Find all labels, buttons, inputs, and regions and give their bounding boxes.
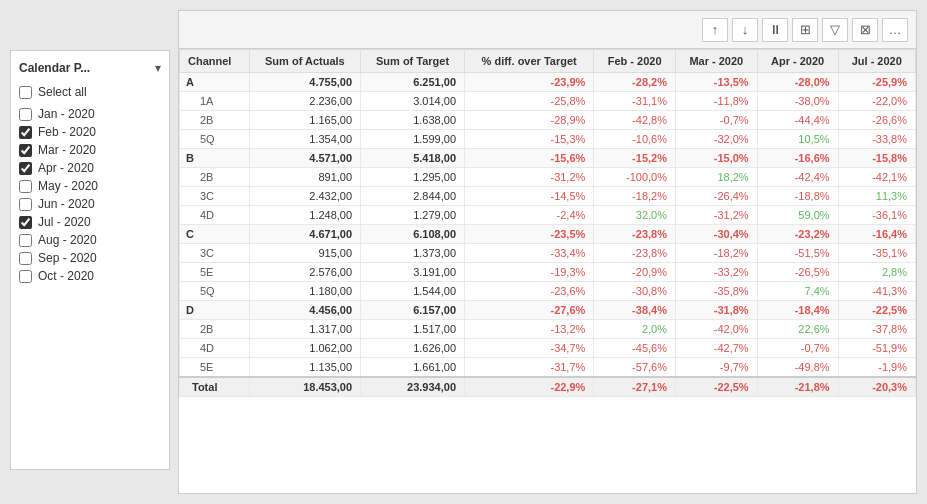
filter-label[interactable]: Jun - 2020	[38, 197, 95, 211]
table-row: B4.571,005.418,00-15,6%-15,2%-15,0%-16,6…	[180, 149, 916, 168]
export-button[interactable]: ⊠	[852, 18, 878, 42]
table-row: 2B891,001.295,00-31,2%-100,0%18,2%-42,4%…	[180, 168, 916, 187]
filter-checkbox[interactable]	[19, 180, 32, 193]
table-cell: -22,5%	[838, 301, 915, 320]
filter-label[interactable]: Apr - 2020	[38, 161, 94, 175]
table-cell: Total	[180, 377, 250, 397]
column-header: Channel	[180, 50, 250, 73]
table-cell: 5Q	[180, 130, 250, 149]
sidebar-item[interactable]: Jan - 2020	[19, 105, 161, 123]
sidebar-item[interactable]: May - 2020	[19, 177, 161, 195]
filter-checkbox[interactable]	[19, 234, 32, 247]
sidebar-item[interactable]: Feb - 2020	[19, 123, 161, 141]
sidebar-item[interactable]: Jul - 2020	[19, 213, 161, 231]
table-cell: 1.248,00	[249, 206, 360, 225]
data-table-wrapper: ChannelSum of ActualsSum of Target% diff…	[178, 48, 917, 494]
table-cell: -15,6%	[465, 149, 594, 168]
filter-checkbox[interactable]	[19, 216, 32, 229]
filter-checkbox[interactable]	[19, 108, 32, 121]
table-row: 3C2.432,002.844,00-14,5%-18,2%-26,4%-18,…	[180, 187, 916, 206]
table-cell: 3C	[180, 244, 250, 263]
sidebar-item[interactable]: Sep - 2020	[19, 249, 161, 267]
column-header: Feb - 2020	[594, 50, 676, 73]
more-button[interactable]: …	[882, 18, 908, 42]
filter-checkbox[interactable]	[19, 270, 32, 283]
table-cell: B	[180, 149, 250, 168]
table-cell: -34,7%	[465, 339, 594, 358]
select-all-checkbox[interactable]	[19, 86, 32, 99]
table-cell: -25,8%	[465, 92, 594, 111]
table-cell: -38,0%	[757, 92, 838, 111]
table-row: 5E1.135,001.661,00-31,7%-57,6%-9,7%-49,8…	[180, 358, 916, 378]
sidebar-item[interactable]: Apr - 2020	[19, 159, 161, 177]
table-cell: 5E	[180, 263, 250, 282]
table-cell: 11,3%	[838, 187, 915, 206]
table-cell: -22,9%	[465, 377, 594, 397]
filter-checkbox[interactable]	[19, 126, 32, 139]
filter-label[interactable]: Mar - 2020	[38, 143, 96, 157]
filter-checkbox[interactable]	[19, 198, 32, 211]
sidebar-item[interactable]: Oct - 2020	[19, 267, 161, 285]
table-cell: -15,3%	[465, 130, 594, 149]
table-row: C4.671,006.108,00-23,5%-23,8%-30,4%-23,2…	[180, 225, 916, 244]
filter-label[interactable]: Sep - 2020	[38, 251, 97, 265]
filter-label[interactable]: May - 2020	[38, 179, 98, 193]
pause-button[interactable]: ⏸	[762, 18, 788, 42]
table-cell: -22,5%	[675, 377, 757, 397]
table-cell: -33,4%	[465, 244, 594, 263]
filter-checkbox[interactable]	[19, 144, 32, 157]
filter-checkbox[interactable]	[19, 252, 32, 265]
grid-button[interactable]: ⊞	[792, 18, 818, 42]
column-header: Sum of Actuals	[249, 50, 360, 73]
sort-asc-button[interactable]: ↑	[702, 18, 728, 42]
table-cell: -33,8%	[838, 130, 915, 149]
filter-button[interactable]: ▽	[822, 18, 848, 42]
table-cell: -20,9%	[594, 263, 676, 282]
select-all-label[interactable]: Select all	[38, 85, 87, 99]
table-cell: 1.626,00	[361, 339, 465, 358]
table-cell: -31,7%	[465, 358, 594, 378]
sidebar-items-list: Jan - 2020Feb - 2020Mar - 2020Apr - 2020…	[19, 105, 161, 285]
sidebar-item[interactable]: Jun - 2020	[19, 195, 161, 213]
table-cell: 2.844,00	[361, 187, 465, 206]
table-cell: 5E	[180, 358, 250, 378]
filter-sidebar: Calendar P... ▾ Select all Jan - 2020Feb…	[10, 50, 170, 470]
filter-label[interactable]: Feb - 2020	[38, 125, 96, 139]
select-all-item[interactable]: Select all	[19, 83, 161, 101]
table-row: 4D1.062,001.626,00-34,7%-45,6%-42,7%-0,7…	[180, 339, 916, 358]
filter-checkbox[interactable]	[19, 162, 32, 175]
sidebar-collapse-icon[interactable]: ▾	[155, 61, 161, 75]
table-cell: 4.671,00	[249, 225, 360, 244]
table-cell: 2.236,00	[249, 92, 360, 111]
table-cell: -15,8%	[838, 149, 915, 168]
sidebar-item[interactable]: Mar - 2020	[19, 141, 161, 159]
table-cell: -28,2%	[594, 73, 676, 92]
filter-label[interactable]: Aug - 2020	[38, 233, 97, 247]
table-cell: -42,8%	[594, 111, 676, 130]
table-cell: 2,8%	[838, 263, 915, 282]
table-cell: 3.014,00	[361, 92, 465, 111]
table-cell: -28,0%	[757, 73, 838, 92]
table-cell: 7,4%	[757, 282, 838, 301]
filter-label[interactable]: Jul - 2020	[38, 215, 91, 229]
table-cell: -35,1%	[838, 244, 915, 263]
sidebar-item[interactable]: Aug - 2020	[19, 231, 161, 249]
table-cell: 18,2%	[675, 168, 757, 187]
filter-label[interactable]: Oct - 2020	[38, 269, 94, 283]
table-cell: -31,2%	[675, 206, 757, 225]
table-cell: 2B	[180, 111, 250, 130]
table-cell: 1.062,00	[249, 339, 360, 358]
table-header: ChannelSum of ActualsSum of Target% diff…	[180, 50, 916, 73]
table-row: 4D1.248,001.279,00-2,4%32,0%-31,2%59,0%-…	[180, 206, 916, 225]
table-row: 5Q1.354,001.599,00-15,3%-10,6%-32,0%10,5…	[180, 130, 916, 149]
table-cell: -49,8%	[757, 358, 838, 378]
table-cell: 1.165,00	[249, 111, 360, 130]
table-cell: -23,8%	[594, 244, 676, 263]
table-cell: 32,0%	[594, 206, 676, 225]
table-cell: -2,4%	[465, 206, 594, 225]
filter-label[interactable]: Jan - 2020	[38, 107, 95, 121]
sort-desc-button[interactable]: ↓	[732, 18, 758, 42]
table-cell: 1.517,00	[361, 320, 465, 339]
table-cell: 891,00	[249, 168, 360, 187]
table-cell: 59,0%	[757, 206, 838, 225]
